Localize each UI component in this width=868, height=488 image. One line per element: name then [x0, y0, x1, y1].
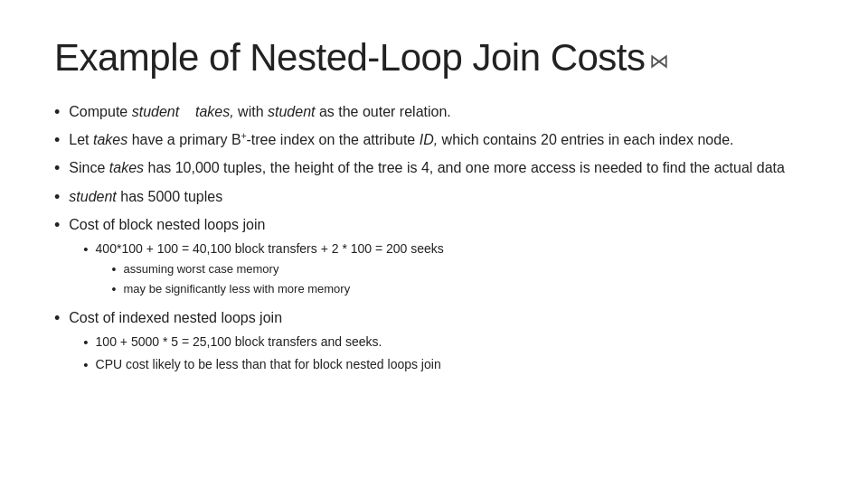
title-text: Example of Nested-Loop Join Costs [54, 36, 646, 80]
sub-bullet-list: 400*100 + 100 = 40,100 block transfers +… [83, 239, 814, 301]
indexed-sub-bullet-text1: 100 + 5000 * 5 = 25,100 block transfers … [96, 333, 382, 352]
italic-takes: takes, [195, 104, 234, 119]
list-item: Cost of block nested loops join 400*100 … [54, 214, 814, 302]
italic-id: ID, [420, 133, 438, 148]
italic-student3: student [69, 189, 116, 204]
bullet2-text: Let takes have a primary B+-tree index o… [69, 129, 814, 152]
join-symbol-icon: ⋈ [649, 50, 669, 73]
indexed-join-item: Cost of indexed nested loops join 100 + … [54, 307, 814, 377]
italic-takes2: takes [93, 133, 127, 148]
list-item: Let takes have a primary B+-tree index o… [54, 129, 814, 152]
sub-sub-bullet-text2: may be significantly less with more memo… [123, 280, 350, 298]
indexed-sub-bullet-list: 100 + 5000 * 5 = 25,100 block transfers … [83, 333, 440, 375]
italic-takes3: takes [109, 160, 144, 175]
sub-sub-bullet-list: assuming worst case memory may be signif… [112, 260, 444, 299]
list-item: Compute student takes, with student as t… [54, 101, 814, 124]
bullet1-text: Compute student takes, with student as t… [69, 101, 814, 124]
sub-list-item: 100 + 5000 * 5 = 25,100 block transfers … [83, 333, 440, 353]
list-item: student has 5000 tuples [54, 186, 814, 209]
bullet3-text: Since takes has 10,000 tuples, the heigh… [69, 157, 814, 180]
slide-content: Compute student takes, with student as t… [54, 101, 814, 377]
sub-sub-bullet-text1: assuming worst case memory [123, 260, 278, 278]
sub-list-item: 400*100 + 100 = 40,100 block transfers +… [83, 239, 814, 301]
italic-student2: student [268, 104, 315, 119]
slide-title: Example of Nested-Loop Join Costs ⋈ [54, 36, 814, 80]
sub-bullet-text: 400*100 + 100 = 40,100 block transfers +… [96, 239, 444, 301]
italic-student: student [132, 104, 179, 119]
indexed-sub-bullet-text2: CPU cost likely to be less than that for… [96, 355, 441, 375]
indexed-join-text: Cost of indexed nested loops join 100 + … [69, 307, 440, 377]
main-bullet-list: Compute student takes, with student as t… [54, 101, 814, 302]
sub-sub-list-item: assuming worst case memory [112, 260, 444, 279]
sub-sub-list-item: may be significantly less with more memo… [112, 280, 444, 299]
bullet5-text: Cost of block nested loops join 400*100 … [69, 214, 814, 302]
slide: Example of Nested-Loop Join Costs ⋈ Comp… [0, 0, 868, 488]
list-item: Since takes has 10,000 tuples, the heigh… [54, 157, 814, 180]
bullet4-text: student has 5000 tuples [69, 186, 814, 209]
sub-list-item: CPU cost likely to be less than that for… [83, 355, 440, 376]
